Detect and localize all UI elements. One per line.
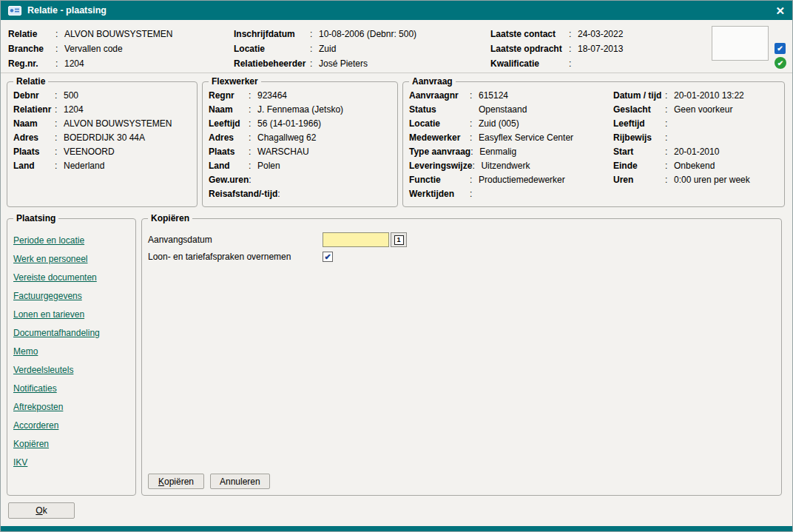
- header-row: Laatste contact:24-03-2022: [490, 27, 623, 41]
- colon: :: [277, 189, 286, 199]
- ok-button[interactable]: Ok: [8, 502, 75, 519]
- field-row: Relatienr:1204: [13, 102, 191, 116]
- annuleren-button[interactable]: Annuleren: [210, 474, 270, 489]
- link-documentafhandeling[interactable]: Documentafhandeling: [13, 328, 100, 338]
- field-value: ALVON BOUWSYSTEMEN: [64, 118, 172, 129]
- field-value: Chagallweg 62: [257, 132, 316, 143]
- link-notificaties[interactable]: Notificaties: [13, 383, 57, 394]
- aanvraag-left-column: Aanvraagnr:615124 StatusOpenstaand Locat…: [409, 87, 613, 201]
- link-memo[interactable]: Memo: [13, 346, 38, 357]
- relatie-legend: Relatie: [13, 76, 48, 87]
- loon-checkbox[interactable]: ✔: [323, 252, 333, 262]
- kopieren-button[interactable]: Kopiëren: [148, 474, 204, 489]
- colon: :: [470, 132, 479, 143]
- colon: :: [55, 147, 64, 157]
- field-row: Functie:Productiemedewerker: [409, 172, 613, 186]
- calendar-button[interactable]: 1: [391, 232, 407, 247]
- field-label: Relatie: [8, 29, 55, 39]
- link-ikv[interactable]: IKV: [13, 457, 27, 468]
- colon: :: [55, 58, 64, 69]
- field-label: Medewerker: [409, 132, 470, 143]
- field-label: Datum / tijd: [613, 90, 665, 101]
- colon: :: [55, 104, 64, 115]
- field-label: Leeftijd: [613, 118, 665, 129]
- field-label: Naam: [209, 104, 249, 115]
- colon: :: [310, 44, 319, 54]
- field-row: StatusOpenstaand: [409, 102, 613, 116]
- link-verdeelsleutels[interactable]: Verdeelsleutels: [13, 365, 73, 375]
- colon: :: [470, 118, 479, 129]
- plaatsing-legend: Plaatsing: [13, 213, 58, 223]
- flexwerker-panel: Flexwerker Regnr:923464 Naam:J. Fennemaa…: [202, 76, 398, 207]
- relation-card-icon: [8, 6, 21, 16]
- field-label: Plaats: [13, 147, 55, 157]
- relatie-panel: Relatie Debnr:500 Relatienr:1204 Naam:AL…: [7, 76, 198, 207]
- colon: :: [310, 58, 319, 69]
- link-accorderen[interactable]: Accorderen: [13, 420, 58, 431]
- field-value: Nederland: [64, 161, 104, 171]
- field-value: 0:00 uren per week: [674, 175, 750, 185]
- field-label: Start: [613, 147, 665, 157]
- header-row: Locatie:Zuid: [234, 41, 416, 56]
- field-label: Debnr: [13, 90, 55, 101]
- field-row: Plaats:VEENOORD: [13, 144, 191, 158]
- bottom-accent-bar: [1, 526, 792, 531]
- colon: :: [55, 90, 64, 101]
- close-icon[interactable]: ✕: [775, 5, 785, 16]
- colon: :: [249, 147, 257, 157]
- aanvangsdatum-input[interactable]: [323, 232, 389, 247]
- title-bar: Relatie - plaatsing ✕: [1, 1, 792, 20]
- field-row: Plaats:WARSCHAU: [209, 144, 391, 158]
- colon: :: [665, 161, 674, 171]
- plaatsing-panel: Plaatsing Periode en locatie Werk en per…: [7, 213, 136, 496]
- aanvraag-legend: Aanvraag: [409, 76, 456, 87]
- field-row: Adres:BOEDRDIJK 30 44A: [13, 130, 191, 144]
- link-vereiste-documenten[interactable]: Vereiste documenten: [13, 272, 97, 283]
- colon: :: [249, 118, 257, 129]
- field-value: WARSCHAU: [257, 147, 309, 157]
- field-label: Relatiebeheerder: [234, 58, 310, 69]
- link-kopieren[interactable]: Kopiëren: [13, 439, 49, 449]
- field-value: Onbekend: [674, 161, 715, 171]
- field-row: Type aanvraag:Eenmalig: [409, 144, 613, 158]
- field-row: Rijbewijs:: [613, 130, 778, 144]
- colon: :: [55, 29, 64, 39]
- calendar-icon: 1: [394, 235, 404, 245]
- field-row: Adres:Chagallweg 62: [209, 130, 391, 144]
- field-label: Relatienr: [13, 104, 55, 115]
- colon: :: [470, 90, 479, 101]
- field-label: Leveringswijze: [409, 161, 472, 171]
- field-row: Uren:0:00 uren per week: [613, 172, 778, 186]
- colon: :: [470, 189, 479, 199]
- field-value: 615124: [479, 90, 508, 101]
- link-factuurgegevens[interactable]: Factuurgegevens: [13, 291, 82, 301]
- header-row: Reg.nr.:1204: [8, 56, 172, 71]
- loon-row: Loon- en tariefafspraken overnemen ✔: [148, 252, 775, 262]
- aanvraag-right-column: Datum / tijd:20-01-2010 13:22 Geslacht:G…: [613, 87, 778, 201]
- aanvangsdatum-row: Aanvangsdatum 1: [148, 232, 775, 247]
- field-value: J. Fennemaa (Jetsko): [257, 104, 343, 115]
- field-value: Zuid: [319, 44, 336, 54]
- blue-checkbox-icon[interactable]: ✔: [775, 43, 786, 54]
- field-label: Aanvraagnr: [409, 90, 470, 101]
- field-label: Adres: [13, 132, 55, 143]
- field-label: Einde: [613, 161, 665, 171]
- link-periode-en-locatie[interactable]: Periode en locatie: [13, 235, 84, 246]
- aanvangsdatum-label: Aanvangsdatum: [148, 235, 323, 245]
- link-aftrekposten[interactable]: Aftrekposten: [13, 402, 63, 412]
- field-row: Naam:J. Fennemaa (Jetsko): [209, 102, 391, 116]
- link-werk-en-personeel[interactable]: Werk en personeel: [13, 254, 88, 264]
- header-col-laatste: Laatste contact:24-03-2022 Laatste opdra…: [490, 27, 623, 71]
- field-label: Laatste contact: [490, 29, 569, 39]
- field-row: Gew.uren:: [209, 172, 391, 186]
- field-value: 56 (14-01-1966): [257, 118, 321, 129]
- field-row: Geslacht:Geen voorkeur: [613, 102, 778, 116]
- colon: :: [665, 90, 674, 101]
- header-row: Inschrijfdatum:10-08-2006 (Debnr: 500): [234, 27, 416, 41]
- field-label: Locatie: [409, 118, 470, 129]
- field-label: Reg.nr.: [8, 58, 55, 69]
- link-lonen-en-tarieven[interactable]: Lonen en tarieven: [13, 309, 84, 320]
- field-label: Werktijden: [409, 189, 470, 199]
- colon: :: [249, 161, 257, 171]
- colon: :: [249, 132, 257, 143]
